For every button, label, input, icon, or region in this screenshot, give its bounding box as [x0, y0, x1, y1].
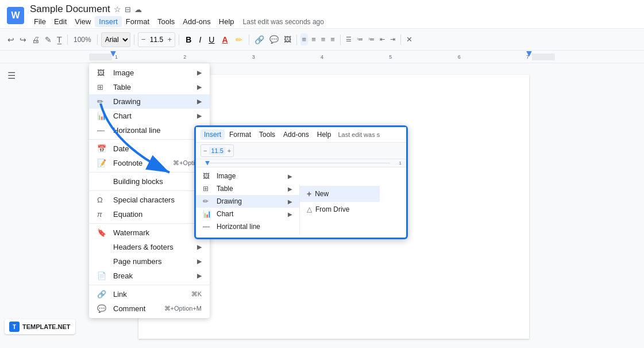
cloud-icon[interactable]: ☁ — [134, 5, 142, 14]
second-menu-bar: Insert Format Tools Add-ons Help Last ed… — [196, 127, 406, 143]
left-sidebar: ☰ — [0, 63, 23, 339]
doc-title: Sample Document — [30, 3, 110, 15]
paint-btn[interactable]: ✎ — [43, 33, 53, 46]
second-menu-addons[interactable]: Add-ons — [280, 129, 313, 140]
menu-tools[interactable]: Tools — [153, 16, 179, 27]
image-insert-btn[interactable]: 🖼 — [282, 33, 293, 45]
insert-chart-item[interactable]: 📊 Chart ▶ — [89, 109, 210, 123]
second-insert-drawing[interactable]: ✏ Drawing ▶ — [196, 195, 299, 208]
ruler: 1234567 — [0, 51, 644, 63]
align-center-btn[interactable]: ≡ — [310, 33, 318, 45]
last-edit-text: Last edit was seconds ago — [243, 18, 324, 26]
folder-icon[interactable]: ⊟ — [125, 5, 131, 14]
second-insert-hline[interactable]: — Horizontal line — [196, 220, 299, 233]
insert-drawing-item[interactable]: ✏ Drawing ▶ — [89, 94, 210, 109]
second-last-edit: Last edit was s — [338, 131, 380, 138]
menu-insert[interactable]: Insert — [95, 16, 122, 27]
template-text: TEMPLATE.NET — [22, 323, 71, 330]
align-justify-btn[interactable]: ≡ — [329, 33, 337, 45]
insert-comment-item[interactable]: 💬 Comment ⌘+Option+M — [89, 301, 210, 316]
second-font-size: 11.5 — [209, 147, 225, 155]
second-insert-image[interactable]: 🖼 Image ▶ — [196, 170, 299, 182]
menu-edit[interactable]: Edit — [50, 16, 71, 27]
link-btn[interactable]: 🔗 — [253, 33, 266, 46]
drawing-submenu: + New △ From Drive — [299, 185, 380, 234]
color-btn[interactable]: A — [219, 33, 230, 46]
zoom-level: 100% — [71, 35, 94, 45]
font-family-select[interactable]: Arial — [101, 32, 130, 47]
star-icon[interactable]: ☆ — [114, 5, 121, 14]
line-spacing-btn[interactable]: ☰ — [344, 34, 353, 45]
indent-increase-btn[interactable]: ⇥ — [388, 34, 397, 45]
bold-btn[interactable]: B — [183, 33, 194, 46]
list-btn[interactable]: ≔ — [355, 34, 365, 45]
doc-icon: W — [7, 7, 24, 24]
menu-addons[interactable]: Add-ons — [179, 16, 214, 27]
menu-view[interactable]: View — [71, 16, 95, 27]
insert-break-item[interactable]: 📄 Break ▶ — [89, 269, 210, 283]
second-insert-table[interactable]: ⊞ Table ▶ — [196, 182, 299, 195]
insert-page-numbers-item[interactable]: Page numbers ▶ — [89, 254, 210, 269]
insert-hline-item[interactable]: — Horizontal line — [89, 123, 210, 137]
spell-btn[interactable]: T̲ — [55, 33, 64, 46]
font-size-increase[interactable]: + — [165, 34, 175, 45]
insert-headers-item[interactable]: Headers & footers ▶ — [89, 240, 210, 254]
redo-btn[interactable]: ↪ — [18, 33, 28, 46]
second-insert-chart[interactable]: 📊 Chart ▶ — [196, 208, 299, 220]
print-btn[interactable]: 🖨 — [30, 33, 41, 46]
comment-btn[interactable]: 💬 — [268, 33, 280, 45]
second-menu-highlight-box: Insert Format Tools Add-ons Help Last ed… — [194, 125, 408, 239]
font-size-control: − 11.5 + — [138, 32, 176, 47]
second-menu-insert[interactable]: Insert — [200, 129, 225, 140]
font-size-value: 11.5 — [149, 36, 165, 44]
insert-special-chars-item[interactable]: Ω Special characters — [89, 193, 210, 207]
align-right-btn[interactable]: ≡ — [319, 33, 327, 45]
insert-footnote-item[interactable]: 📝 Footnote ⌘+Option — [89, 156, 210, 170]
font-size-decrease[interactable]: − — [138, 34, 149, 45]
highlight-btn[interactable]: ✏ — [233, 33, 245, 46]
drawing-from-drive-btn[interactable]: △ From Drive — [300, 202, 380, 217]
insert-building-blocks-item[interactable]: Building blocks — [89, 174, 210, 189]
second-menu-format[interactable]: Format — [226, 129, 254, 140]
drawing-new-btn[interactable]: + New — [300, 186, 380, 202]
align-left-btn[interactable]: ≡ — [300, 33, 308, 45]
insert-image-item[interactable]: 🖼 Image ▶ — [89, 66, 210, 80]
menu-bar: File Edit View Insert Format Tools Add-o… — [30, 16, 324, 27]
insert-dropdown-menu: 🖼 Image ▶ ⊞ Table ▶ ✏ Drawing ▶ 📊 Chart … — [89, 63, 210, 318]
insert-date-item[interactable]: 📅 Date — [89, 142, 210, 156]
indent-decrease-btn[interactable]: ⇤ — [378, 34, 387, 45]
italic-btn[interactable]: I — [196, 33, 204, 46]
underline-btn[interactable]: U — [206, 33, 217, 46]
sidebar-nav-btn[interactable]: ☰ — [7, 70, 16, 81]
menu-file[interactable]: File — [30, 16, 50, 27]
insert-watermark-item[interactable]: 🔖 Watermark — [89, 225, 210, 240]
insert-table-item[interactable]: ⊞ Table ▶ — [89, 80, 210, 94]
template-icon: T — [9, 322, 20, 332]
insert-equation-item[interactable]: π Equation — [89, 207, 210, 221]
menu-help[interactable]: Help — [215, 16, 238, 27]
menu-format[interactable]: Format — [122, 16, 153, 27]
toolbar: ↩ ↪ 🖨 ✎ T̲ 100% Arial − 11.5 + B I U A ✏… — [0, 29, 644, 51]
insert-link-item[interactable]: 🔗 Link ⌘K — [89, 287, 210, 301]
undo-btn[interactable]: ↩ — [6, 33, 16, 46]
template-badge: T TEMPLATE.NET — [5, 319, 75, 334]
numbered-list-btn[interactable]: ≔ — [367, 34, 376, 45]
clear-format-btn[interactable]: ✕ — [404, 33, 414, 45]
second-menu-tools[interactable]: Tools — [256, 129, 279, 140]
second-menu-help[interactable]: Help — [314, 129, 335, 140]
